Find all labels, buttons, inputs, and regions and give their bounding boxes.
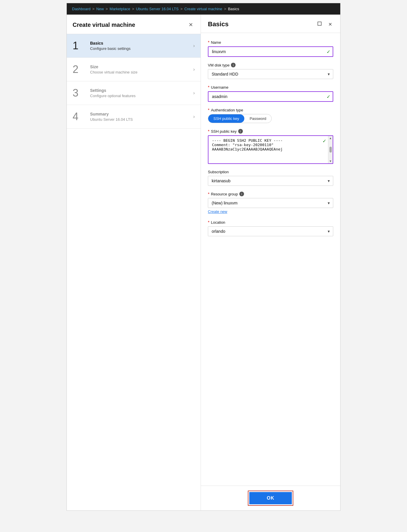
subscription-label: Subscription [208,170,333,174]
location-label: * Location [208,220,333,225]
step-info-4: Summary Ubuntu Server 16.04 LTS [87,112,193,122]
chevron-icon-3: › [193,90,195,96]
step-number-2: 2 [73,64,87,75]
breadcrumb-dashboard[interactable]: Dashboard [72,7,91,11]
step-number-3: 3 [73,88,87,98]
step-subtitle-summary: Ubuntu Server 16.04 LTS [90,117,193,122]
step-info-3: Settings Configure optional features [87,88,193,98]
name-label: * Name [208,40,333,45]
ssh-check-icon: ✓ [322,138,326,144]
ok-button[interactable]: OK [249,492,292,504]
subscription-label-text: Subscription [208,170,229,174]
name-input[interactable] [208,46,333,57]
right-close-button[interactable]: ✕ [327,21,333,28]
auth-password-button[interactable]: Password [244,114,271,123]
breadcrumb: Dashboard > New > Marketplace > Ubuntu S… [67,3,340,15]
breadcrumb-new[interactable]: New [96,7,104,11]
step-item-summary[interactable]: 4 Summary Ubuntu Server 16.04 LTS › [67,105,201,129]
subscription-select[interactable]: kirtanasub [208,176,333,186]
breadcrumb-current: Basics [228,7,239,11]
resource-group-label-text: Resource group [211,192,238,196]
step-list: 1 Basics Configure basic settings › 2 Si… [67,34,201,129]
step-title-basics: Basics [90,41,193,46]
right-header-icons: ✕ [316,21,333,28]
auth-type-group: * Authentication type SSH public key Pas… [208,108,333,123]
breadcrumb-ubuntu[interactable]: Ubuntu Server 16.04 LTS [136,7,178,11]
breadcrumb-sep-2: > [106,7,108,11]
name-field-group: * Name ✓ [208,40,333,57]
step-item-size[interactable]: 2 Size Choose virtual machine size › [67,58,201,81]
location-group: * Location orlando ▾ [208,220,333,236]
username-input-wrapper: ✓ [208,91,333,102]
resource-group-label: * Resource group i [208,192,333,196]
auth-type-toggle: SSH public key Password [208,114,272,123]
ssh-key-label-text: SSH public key [211,129,236,134]
name-check-icon: ✓ [327,49,330,55]
subscription-group: Subscription kirtanasub ▾ [208,170,333,186]
username-label: * Username [208,85,333,90]
username-input[interactable] [208,91,333,102]
step-info-1: Basics Configure basic settings [87,41,193,51]
right-header: Basics ✕ [201,15,340,33]
auth-ssh-key-button[interactable]: SSH public key [208,114,244,123]
step-subtitle-size: Choose virtual machine size [90,70,193,74]
ssh-key-info-icon[interactable]: i [238,129,243,134]
vm-disk-type-select[interactable]: Standard HDD Premium SSD Standard SSD [208,69,333,79]
left-panel: Create virtual machine ✕ 1 Basics Config… [67,15,201,510]
page-wrapper: Dashboard > New > Marketplace > Ubuntu S… [66,3,341,511]
username-check-icon: ✓ [327,94,330,99]
step-number-4: 4 [73,111,87,122]
scroll-down-arrow-icon[interactable]: ▼ [329,160,332,163]
resource-group-group: * Resource group i (New) linuxvm ▾ Creat… [208,192,333,214]
subscription-select-wrapper: kirtanasub ▾ [208,176,333,186]
panel-title: Create virtual machine [73,22,135,28]
location-select-wrapper: orlando ▾ [208,226,333,236]
right-panel: Basics ✕ * Name [201,15,340,510]
chevron-icon-4: › [193,114,195,119]
svg-rect-0 [318,22,321,25]
breadcrumb-sep-5: > [224,7,226,11]
step-title-size: Size [90,64,193,69]
ssh-scrollbar: ▲ ▼ [328,136,333,163]
vm-disk-type-select-wrapper: Standard HDD Premium SSD Standard SSD ▾ [208,69,333,79]
step-number-1: 1 [73,41,87,51]
location-required-star: * [208,220,209,225]
ssh-public-key-input[interactable]: ---- BEGIN SSH2 PUBLIC KEY ---- Comment:… [208,136,333,162]
chevron-icon-2: › [193,67,195,72]
left-header: Create virtual machine ✕ [67,15,201,34]
breadcrumb-sep-1: > [92,7,95,11]
ssh-key-required-star: * [208,129,209,134]
vm-disk-type-group: VM disk type i Standard HDD Premium SSD … [208,63,333,79]
location-label-text: Location [211,220,225,225]
right-panel-title: Basics [208,20,229,28]
step-subtitle-basics: Configure basic settings [90,46,193,51]
vm-disk-type-label-text: VM disk type [208,63,229,67]
step-subtitle-settings: Configure optional features [90,94,193,98]
username-field-group: * Username ✓ [208,85,333,102]
step-item-basics[interactable]: 1 Basics Configure basic settings › [67,34,201,58]
auth-type-label: * Authentication type [208,108,333,112]
location-select[interactable]: orlando [208,226,333,236]
name-required-star: * [208,40,209,45]
breadcrumb-sep-3: > [132,7,134,11]
auth-type-required-star: * [208,108,209,112]
breadcrumb-create-vm[interactable]: Create virtual machine [184,7,222,11]
resource-group-select[interactable]: (New) linuxvm [208,198,333,208]
name-label-text: Name [211,40,221,45]
step-item-settings[interactable]: 3 Settings Configure optional features › [67,81,201,105]
scroll-up-arrow-icon[interactable]: ▲ [329,136,332,140]
resource-group-info-icon[interactable]: i [239,192,244,196]
username-label-text: Username [211,85,228,90]
scroll-thumb [329,147,332,153]
chevron-icon-1: › [193,43,195,48]
resource-group-select-wrapper: (New) linuxvm ▾ [208,198,333,208]
breadcrumb-sep-4: > [180,7,183,11]
left-close-button[interactable]: ✕ [187,20,195,29]
maximize-button[interactable] [316,21,323,28]
name-input-wrapper: ✓ [208,46,333,57]
auth-type-label-text: Authentication type [211,108,243,112]
vm-disk-type-info-icon[interactable]: i [231,63,236,67]
create-new-resource-group-link[interactable]: Create new [208,209,227,214]
step-title-settings: Settings [90,88,193,93]
breadcrumb-marketplace[interactable]: Marketplace [110,7,130,11]
